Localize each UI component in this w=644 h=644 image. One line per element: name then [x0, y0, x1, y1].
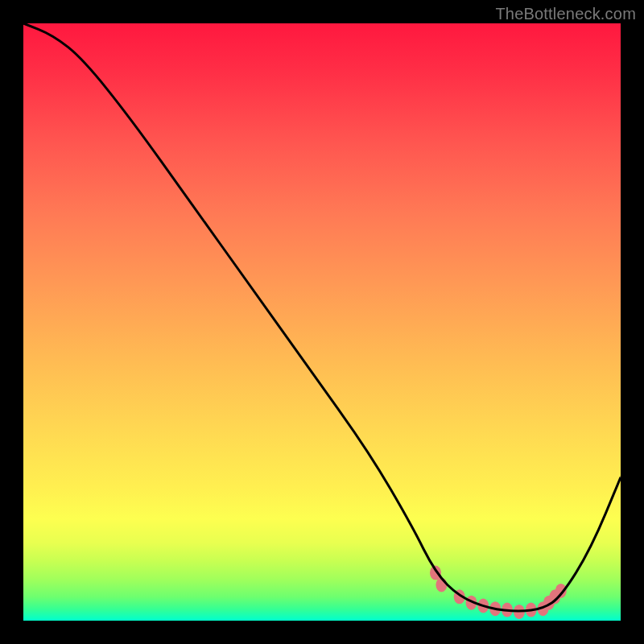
- plot-area: [23, 23, 621, 621]
- bottleneck-curve-path: [23, 23, 621, 611]
- curve-svg: [23, 23, 621, 621]
- watermark-text: TheBottleneck.com: [495, 5, 636, 23]
- markers-group: [430, 566, 567, 619]
- chart-container: TheBottleneck.com: [0, 0, 644, 644]
